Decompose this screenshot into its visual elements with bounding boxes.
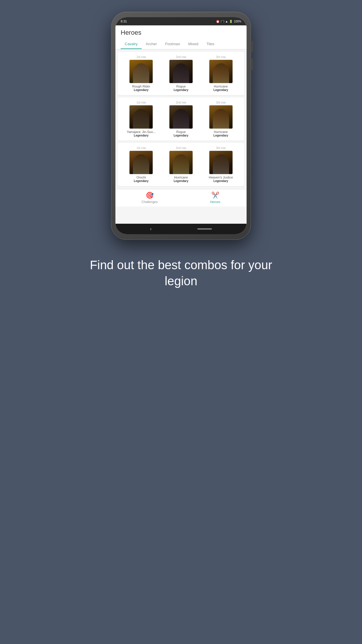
hero-slot-rogue-2[interactable]: 2nd row Rogue Legendary <box>166 101 196 137</box>
tab-tiles[interactable]: Tiles <box>202 39 218 49</box>
status-icons: ⏰ 📳 ▲ 🔋 100% <box>216 20 241 23</box>
heroes-label: Heroes <box>210 200 220 204</box>
portrait-overlay <box>169 60 193 83</box>
hero-portrait-rogue-2 <box>169 105 193 129</box>
hero-slot-yamajara[interactable]: 1st row Yamajara: Jin-Suo... Legendary <box>126 101 156 137</box>
hero-name: Hurricane <box>214 130 228 134</box>
hero-slot-hurricane-2[interactable]: 3rd row Hurricane Legendary <box>206 101 236 137</box>
phone-nav-bar: ‹ <box>115 224 247 234</box>
portrait-overlay <box>169 105 193 129</box>
nav-item-heroes[interactable]: ✂️ Heroes <box>210 192 220 204</box>
hero-portrait-hurricane-2 <box>209 105 233 129</box>
row-label: 2nd row <box>176 146 186 150</box>
heroes-icon: ✂️ <box>211 192 219 199</box>
hero-slot-rough-rider[interactable]: 1st row Rough Rider Legendary <box>126 55 156 92</box>
hero-slot-hurricane-3[interactable]: 2nd row Hurricane Legendary <box>166 146 196 183</box>
hero-rarity: Legendary <box>213 134 228 137</box>
hero-rarity: Legendary <box>134 88 149 92</box>
home-pill[interactable] <box>197 228 212 230</box>
app-header: Heroes Cavalry Archer Footman Mixed Tile… <box>115 25 247 49</box>
row-label: 2nd row <box>176 101 186 104</box>
alarm-icon: ⏰ <box>216 20 219 23</box>
status-bar: 8:31 ⏰ 📳 ▲ 🔋 100% <box>115 17 247 25</box>
hero-rarity: Legendary <box>174 179 189 183</box>
row-label: 2nd row <box>176 55 186 59</box>
hero-rarity: Legendary <box>174 88 189 92</box>
hero-name: Orochi <box>136 176 146 179</box>
content-area: 1st row Rough Rider Legendary 2nd r <box>115 49 247 189</box>
hero-rarity: Legendary <box>213 179 228 183</box>
tab-cavalry[interactable]: Cavalry <box>121 39 142 49</box>
challenges-icon: 🎯 <box>146 192 154 199</box>
challenges-label: Challenges <box>142 200 158 204</box>
bottom-nav: 🎯 Challenges ✂️ Heroes <box>115 189 247 206</box>
vibrate-icon: 📳 <box>221 20 224 23</box>
combo-card-2[interactable]: 1st row Yamajara: Jin-Suo... Legendary <box>118 97 244 141</box>
hero-slot-orochi[interactable]: 1st row Orochi Legendary <box>126 146 156 183</box>
portrait-overlay <box>209 60 233 83</box>
page-title: Heroes <box>121 29 241 36</box>
combo-card-3[interactable]: 1st row Orochi Legendary 2nd row <box>118 143 244 186</box>
tab-bar: Cavalry Archer Footman Mixed Tiles <box>121 39 241 49</box>
combo-card-1[interactable]: 1st row Rough Rider Legendary 2nd r <box>118 52 244 95</box>
hero-rarity: Legendary <box>134 179 149 183</box>
hero-slot-rogue-1[interactable]: 2nd row Rogue Legendary <box>166 55 196 92</box>
hero-name: Rough Rider <box>132 85 150 88</box>
hero-portrait-orochi <box>129 151 153 174</box>
hero-portrait-rough-rider <box>129 60 153 83</box>
volume-button <box>252 58 253 70</box>
hero-name: Hurricane <box>214 85 228 88</box>
tab-footman[interactable]: Footman <box>161 39 184 49</box>
back-button[interactable]: ‹ <box>150 226 152 232</box>
portrait-overlay <box>209 151 233 174</box>
status-time: 8:31 <box>121 20 127 23</box>
hero-rarity: Legendary <box>213 88 228 92</box>
hero-name: Hurricane <box>174 176 188 179</box>
footer-tagline: Find out the best combos for your legion <box>50 257 312 289</box>
row-label: 3rd row <box>216 101 226 104</box>
hero-name: Rogue <box>176 85 186 88</box>
hero-portrait-hurricane <box>209 60 233 83</box>
portrait-overlay <box>169 151 193 174</box>
hero-slot-heavens-justice[interactable]: 3rd row Heaven's Justice Legendary <box>206 146 236 183</box>
row-label: 1st row <box>136 55 146 59</box>
wifi-icon: ▲ <box>225 20 228 23</box>
power-button <box>252 41 253 52</box>
hero-name: Yamajara: Jin-Suo... <box>127 130 156 134</box>
row-label: 3rd row <box>216 146 226 150</box>
row-label: 1st row <box>136 101 146 104</box>
hero-rarity: Legendary <box>174 134 189 137</box>
phone-screen: 8:31 ⏰ 📳 ▲ 🔋 100% Heroes Cavalry <box>115 17 247 234</box>
hero-portrait-heavens-justice <box>209 151 233 174</box>
hero-portrait-rogue <box>169 60 193 83</box>
tab-archer[interactable]: Archer <box>142 39 161 49</box>
hero-name: Rogue <box>176 130 186 134</box>
tab-mixed[interactable]: Mixed <box>184 39 203 49</box>
heroes-row-1: 1st row Rough Rider Legendary 2nd r <box>121 55 241 92</box>
phone-outer: 8:31 ⏰ 📳 ▲ 🔋 100% Heroes Cavalry <box>111 12 251 240</box>
battery-icon: 🔋 <box>229 20 233 23</box>
hero-portrait-hurricane-3 <box>169 151 193 174</box>
portrait-overlay <box>129 105 153 129</box>
hero-rarity: Legendary <box>134 134 149 137</box>
row-label: 3rd row <box>216 55 226 59</box>
app-screen: Heroes Cavalry Archer Footman Mixed Tile… <box>115 25 247 224</box>
hero-slot-hurricane-1[interactable]: 3rd row Hurricane Legendary <box>206 55 236 92</box>
heroes-row-3: 1st row Orochi Legendary 2nd row <box>121 146 241 183</box>
hero-portrait-yamajara <box>129 105 153 129</box>
phone-frame: 8:31 ⏰ 📳 ▲ 🔋 100% Heroes Cavalry <box>111 12 251 240</box>
hero-name: Heaven's Justice <box>209 176 233 179</box>
portrait-overlay <box>129 60 153 83</box>
nav-item-challenges[interactable]: 🎯 Challenges <box>142 192 158 204</box>
row-label: 1st row <box>136 146 146 150</box>
portrait-overlay <box>129 151 153 174</box>
battery-percent: 100% <box>234 20 241 23</box>
heroes-row-2: 1st row Yamajara: Jin-Suo... Legendary <box>121 101 241 137</box>
portrait-overlay <box>209 105 233 129</box>
